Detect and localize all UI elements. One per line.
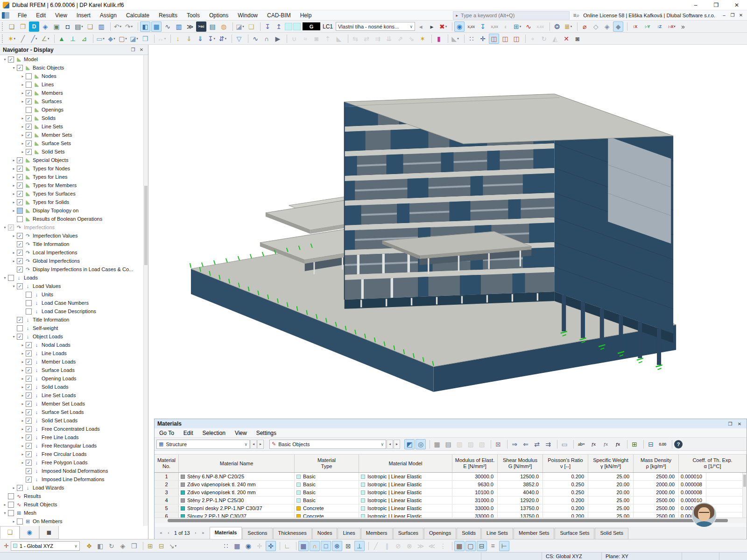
save-button[interactable]: ◘ [63, 21, 73, 32]
keyword-search[interactable]: ▸ [453, 11, 570, 20]
snap-points-button[interactable]: ∷ [221, 541, 231, 551]
checkbox[interactable] [26, 451, 32, 457]
toolbar-overflow-button[interactable]: » [678, 21, 688, 32]
snap-arc-button[interactable]: ∩ [310, 541, 320, 551]
cell-mass-density[interactable]: 2000.00 [634, 489, 679, 496]
deformation-scale-button[interactable]: ⇡ [323, 34, 333, 44]
table-horizontal-scrollbar[interactable] [155, 518, 747, 523]
tree-item[interactable]: Units [0, 290, 143, 299]
script-button[interactable]: >sc [196, 21, 206, 32]
expander-icon[interactable]: ▸ [20, 402, 26, 406]
tree-item[interactable]: ▸ Free Circular Loads [0, 450, 143, 458]
checkbox[interactable] [17, 216, 23, 222]
menu-file[interactable]: File [13, 11, 31, 20]
tab-thicknesses[interactable]: Thicknesses [273, 528, 312, 539]
navigator-display-tab[interactable]: ◉ [20, 526, 39, 539]
tree-item[interactable]: ▸ Opening Loads [0, 374, 143, 383]
new-surface-load-button[interactable]: ↧ [206, 34, 217, 44]
expander-icon[interactable]: ▾ [2, 225, 8, 230]
decimal-places-button[interactable]: 0.00 [657, 439, 668, 449]
expander-icon[interactable]: ▸ [20, 74, 26, 78]
cell-material-type[interactable]: Basic [295, 497, 359, 504]
redo-button[interactable]: ↷ [124, 21, 134, 32]
search-input[interactable] [461, 13, 566, 18]
new-line-support-button[interactable]: ⊥ [68, 34, 78, 44]
cell-thermal-expansion[interactable]: 0.000010 [679, 473, 706, 480]
expander-icon[interactable]: ▸ [20, 141, 26, 146]
expander-icon[interactable]: ▸ [20, 461, 26, 465]
checkbox[interactable] [26, 392, 32, 399]
tree-item[interactable]: ▸ Member Sets [0, 131, 143, 139]
new-free-load-button[interactable]: ⇵ [218, 34, 228, 44]
selection-box-button[interactable]: ▢ [465, 541, 476, 551]
tab-nodes[interactable]: Nodes [312, 528, 338, 539]
tree-item[interactable]: ▸ Types for Members [0, 181, 143, 189]
tree-item[interactable]: ▸ Free Concentrated Loads [0, 425, 143, 433]
expander-icon[interactable]: ▸ [20, 435, 26, 440]
column-header[interactable]: Material Name [179, 455, 295, 472]
tree-item[interactable]: ▸ Display Topology on [0, 206, 143, 215]
scrollbar-thumb[interactable] [168, 519, 728, 522]
checkbox[interactable] [26, 149, 32, 155]
new-solid-button[interactable]: ◆ [106, 34, 117, 44]
cell-material-model[interactable]: Isotropic | Linear Elastic [359, 489, 452, 496]
new-dimension-button[interactable]: ↔ [156, 34, 167, 44]
show-mesh-button[interactable]: ⊞ [512, 21, 522, 32]
render-options-button[interactable]: ◙ [311, 34, 322, 44]
column-header[interactable]: Material Model [359, 455, 452, 472]
printout-report-button[interactable]: ▥ [96, 21, 106, 32]
child-close-button[interactable]: ✕ [737, 13, 745, 18]
model-info-button[interactable]: ▣ [51, 21, 62, 32]
child-minimize-button[interactable]: – [720, 13, 728, 18]
column-header[interactable]: Modulus of Elast. E [N/mm²] [452, 455, 498, 472]
new-view-button[interactable]: ❖ [84, 541, 94, 551]
checkbox[interactable] [26, 367, 32, 373]
expander-icon[interactable]: ▸ [11, 259, 17, 263]
snap-tangent-button[interactable]: ⊘ [393, 541, 403, 551]
menu-tools[interactable]: Tools [182, 11, 204, 20]
tree-item[interactable]: ▸ Global Imperfections [0, 257, 143, 265]
expander-icon[interactable]: ▾ [11, 66, 17, 70]
tree-item[interactable]: ▾ Loads [0, 273, 143, 282]
cell-material-type[interactable]: Basic [295, 473, 359, 480]
cell-shear-modulus[interactable]: 4040.0 [498, 489, 543, 496]
view-minus-y-button[interactable]: ↕-Y [641, 21, 653, 32]
tab-surfaces[interactable]: Surfaces [393, 528, 423, 539]
checkbox[interactable] [17, 485, 23, 491]
expander-icon[interactable]: ▸ [20, 410, 26, 414]
console-button[interactable]: ≫ [185, 21, 195, 32]
column-header[interactable]: Shear Modulus G [N/mm²] [498, 455, 543, 472]
load-transfer-down-button[interactable]: ↧ [262, 21, 273, 32]
cell-poisson[interactable]: 0.250 [543, 481, 588, 488]
tab-lines[interactable]: Lines [338, 528, 360, 539]
cell-material-model[interactable]: Isotropic | Linear Elastic [359, 481, 452, 488]
cell-modulus[interactable]: 10100.0 [452, 489, 498, 496]
category-combo[interactable]: ✎ Basic Objects ∨ [269, 440, 386, 449]
materials-float-icon[interactable]: ❐ [726, 421, 734, 427]
tree-item[interactable]: ▸ Solid Sets [0, 147, 143, 156]
checkbox[interactable] [26, 460, 32, 466]
tree-item[interactable]: ▸ Line Set Loads [0, 391, 143, 399]
checkbox[interactable] [26, 124, 32, 130]
note-tool-button[interactable]: ❑ [246, 21, 256, 32]
expander-icon[interactable]: ▸ [20, 452, 26, 456]
cell-specific-weight[interactable]: 25.00 [588, 504, 634, 512]
show-solids-button[interactable]: ◐ [501, 21, 511, 32]
new-member-button[interactable]: ╱ [29, 34, 39, 44]
checkbox[interactable] [26, 82, 32, 88]
expander-icon[interactable]: ▸ [20, 99, 26, 104]
cell-specific-weight[interactable]: 20.00 [588, 481, 634, 488]
snap-extension-button[interactable]: ∥ [382, 541, 392, 551]
table-view-1-button[interactable]: ▦ [432, 439, 442, 449]
new-surface-support-button[interactable]: ⊿ [79, 34, 89, 44]
checkbox[interactable] [8, 493, 14, 499]
checkbox[interactable] [26, 443, 32, 449]
materials-menu-go-to[interactable]: Go To [155, 429, 179, 437]
menu-cad-bim[interactable]: CAD-BIM [262, 11, 296, 20]
tree-item[interactable]: ▸ Types for Surfaces [0, 189, 143, 198]
checkbox[interactable] [26, 73, 32, 79]
tree-item[interactable]: ▸ Solid Loads [0, 383, 143, 391]
new-nodal-load-button[interactable]: ↓ [173, 34, 183, 44]
select-special-button[interactable]: ◣ [450, 34, 460, 44]
workplane-xz-button[interactable]: ◫ [500, 34, 510, 44]
